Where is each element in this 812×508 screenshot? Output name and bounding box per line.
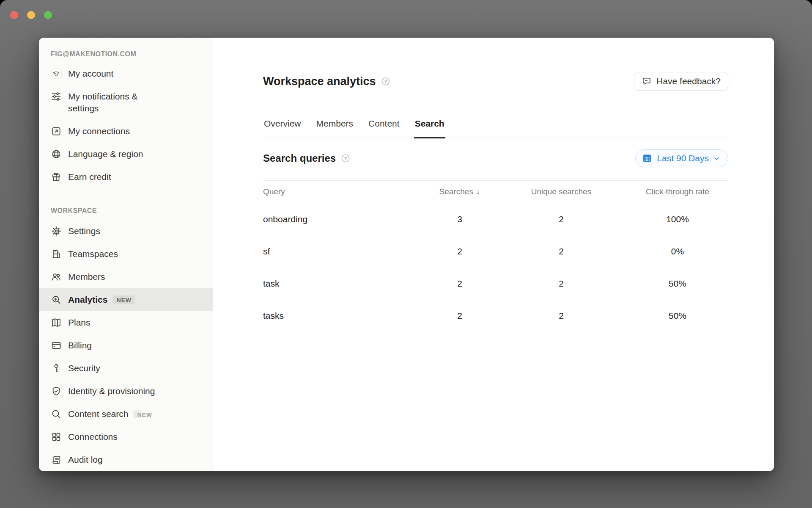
table-row[interactable]: onboarding 3 2 100% <box>263 203 728 235</box>
query-cell: tasks <box>263 311 424 321</box>
sliders-icon <box>51 91 62 102</box>
sidebar-item-security[interactable]: Security <box>39 357 213 380</box>
sidebar-item-label: Language & region <box>68 148 143 160</box>
sidebar-item-my-account[interactable]: My account <box>39 62 213 85</box>
gear-icon <box>51 226 62 237</box>
sidebar-item-label: Identity & provisioning <box>68 385 155 397</box>
sort-descending-icon: ↓ <box>476 187 480 196</box>
sidebar-item-settings[interactable]: Settings <box>39 220 213 243</box>
grid-icon <box>51 431 62 442</box>
globe-icon <box>51 149 62 160</box>
sidebar-item-label: Audit log <box>68 454 103 466</box>
key-icon <box>51 363 62 374</box>
query-cell: task <box>263 279 424 289</box>
sidebar-item-earn-credit[interactable]: Earn credit <box>39 166 213 188</box>
sidebar-item-identity-provisioning[interactable]: Identity & provisioning <box>39 380 213 403</box>
new-badge: NEW <box>133 410 141 418</box>
sidebar-item-analytics[interactable]: Analytics NEW <box>39 288 213 311</box>
shield-check-icon <box>51 386 62 397</box>
date-range-dropdown[interactable]: Last 90 Days <box>635 149 728 167</box>
sidebar-item-content-search[interactable]: Content search NEW <box>39 403 213 425</box>
calendar-icon <box>642 153 653 164</box>
table-row[interactable]: sf 2 2 0% <box>263 235 728 268</box>
ctr-cell: 100% <box>627 214 728 224</box>
desktop-background: FIG@MAKENOTION.COM My account <box>0 0 812 508</box>
sidebar-item-billing[interactable]: Billing <box>39 334 213 357</box>
column-header-query[interactable]: Query <box>263 187 424 196</box>
analytics-tabs: Overview Members Content Search <box>263 110 728 138</box>
search-queries-table: Query Searches↓ Unique searches Click-th… <box>263 180 728 332</box>
searches-cell: 2 <box>424 246 496 257</box>
ctr-cell: 50% <box>627 311 728 321</box>
people-icon <box>51 271 62 282</box>
help-icon[interactable]: ? <box>381 77 390 86</box>
sidebar-item-plans[interactable]: Plans <box>39 311 213 334</box>
svg-text:?: ? <box>344 156 347 161</box>
sidebar-item-label: Analytics <box>68 294 107 306</box>
searches-cell: 3 <box>424 214 496 224</box>
magnifier-plus-icon <box>51 294 62 305</box>
sidebar-item-language-region[interactable]: Language & region <box>39 143 213 166</box>
sidebar-item-notifications-settings[interactable]: My notifications & settings <box>39 85 213 120</box>
sidebar-item-connections[interactable]: Connections <box>39 425 213 448</box>
table-row[interactable]: task 2 2 50% <box>263 268 728 300</box>
sidebar-item-my-connections[interactable]: My connections <box>39 120 213 143</box>
credit-card-icon <box>51 340 62 351</box>
speech-bubble-icon <box>642 76 652 86</box>
tab-content[interactable]: Content <box>368 110 401 138</box>
scroll-icon <box>51 454 62 465</box>
sidebar-item-audit-log[interactable]: Audit log <box>39 448 213 471</box>
settings-sidebar: FIG@MAKENOTION.COM My account <box>39 38 213 471</box>
chevron-down-icon <box>713 155 720 162</box>
have-feedback-button[interactable]: Have feedback? <box>634 72 728 91</box>
settings-dialog: FIG@MAKENOTION.COM My account <box>39 38 774 471</box>
column-header-unique-searches[interactable]: Unique searches <box>496 187 627 196</box>
searches-cell: 2 <box>424 311 496 321</box>
sidebar-item-label: Connections <box>68 431 118 443</box>
zoom-window-button[interactable] <box>44 11 52 19</box>
account-email-header: FIG@MAKENOTION.COM <box>39 38 213 62</box>
sidebar-item-label: My account <box>68 68 113 80</box>
section-title: Search queries <box>263 152 336 164</box>
sidebar-item-label: Settings <box>68 225 100 237</box>
date-range-label: Last 90 Days <box>657 153 709 163</box>
sidebar-item-label: Plans <box>68 317 91 329</box>
unique-searches-cell: 2 <box>496 279 627 289</box>
workspace-section-header: WORKSPACE <box>39 188 213 220</box>
map-icon <box>51 317 62 328</box>
window-controls <box>10 11 52 19</box>
analytics-main-panel: Workspace analytics ? <box>213 38 774 471</box>
building-icon <box>51 248 62 260</box>
unique-searches-cell: 2 <box>496 214 627 224</box>
minimize-window-button[interactable] <box>27 11 35 19</box>
page-title: Workspace analytics <box>263 75 376 88</box>
sidebar-item-label: Members <box>68 271 105 283</box>
unique-searches-cell: 2 <box>496 246 627 257</box>
column-header-click-through-rate[interactable]: Click-through rate <box>627 187 728 196</box>
sidebar-item-label: Security <box>68 362 100 374</box>
sidebar-item-label: My connections <box>68 125 130 137</box>
query-cell: sf <box>263 246 424 257</box>
sidebar-item-label: Billing <box>68 340 92 351</box>
tab-overview[interactable]: Overview <box>263 110 302 138</box>
sidebar-item-label: My notifications & settings <box>68 91 163 114</box>
table-row[interactable]: tasks 2 2 50% <box>263 300 728 332</box>
svg-text:?: ? <box>384 79 387 84</box>
title-divider <box>263 98 728 98</box>
tab-search[interactable]: Search <box>414 110 445 138</box>
sidebar-item-label: Content search <box>68 408 128 420</box>
query-cell: onboarding <box>263 214 424 224</box>
sidebar-item-members[interactable]: Members <box>39 265 213 288</box>
table-header-row: Query Searches↓ Unique searches Click-th… <box>263 180 728 203</box>
sidebar-item-teamspaces[interactable]: Teamspaces <box>39 243 213 265</box>
have-feedback-label: Have feedback? <box>656 76 721 86</box>
magnifier-icon <box>51 409 62 420</box>
user-avatar <box>51 68 62 79</box>
searches-cell: 2 <box>424 279 496 289</box>
tab-members[interactable]: Members <box>315 110 354 138</box>
close-window-button[interactable] <box>10 11 18 19</box>
column-header-searches[interactable]: Searches↓ <box>424 187 496 196</box>
ctr-cell: 0% <box>627 246 728 257</box>
sidebar-item-label: Earn credit <box>68 171 111 183</box>
help-icon[interactable]: ? <box>341 154 350 163</box>
